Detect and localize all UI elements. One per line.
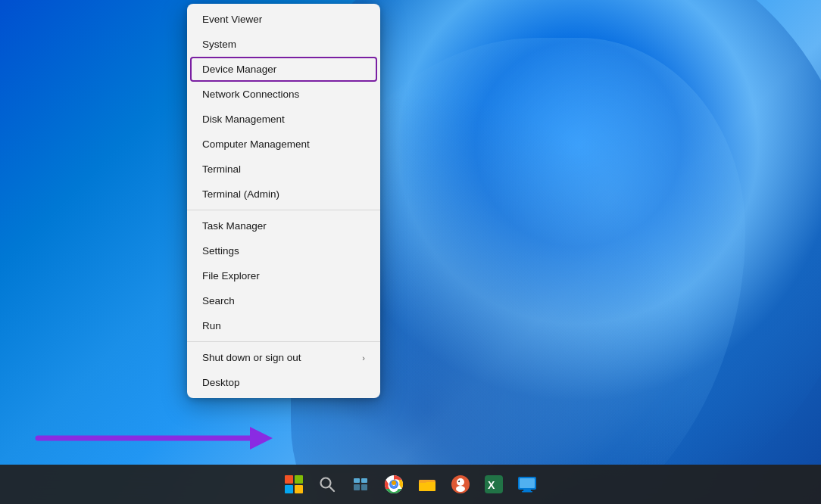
menu-item-label: Network Connections: [202, 89, 299, 100]
app-duckduckgo-button[interactable]: [445, 469, 476, 499]
menu-item-label: Device Manager: [202, 64, 276, 75]
excel-icon: X: [484, 474, 504, 494]
menu-item-task-manager[interactable]: Task Manager: [187, 213, 380, 238]
menu-item-label: Terminal (Admin): [202, 188, 279, 200]
menu-item-desktop[interactable]: Desktop: [187, 370, 380, 395]
menu-item-label: Run: [202, 320, 221, 331]
menu-item-network-connections[interactable]: Network Connections: [187, 82, 380, 107]
menu-item-label: Search: [202, 295, 235, 306]
menu-item-label: Settings: [202, 245, 239, 257]
search-icon: [319, 476, 336, 493]
svg-rect-15: [419, 480, 426, 483]
menu-item-device-manager[interactable]: Device Manager: [190, 57, 377, 82]
menu-item-label: File Explorer: [202, 270, 260, 282]
duckduckgo-icon: [451, 474, 470, 494]
arrow-annotation: [0, 412, 821, 465]
windows-start-button[interactable]: [279, 469, 309, 499]
excel-button[interactable]: X: [479, 469, 509, 499]
svg-rect-3: [361, 478, 367, 483]
svg-point-18: [456, 486, 465, 492]
menu-item-disk-management[interactable]: Disk Management: [187, 107, 380, 132]
menu-separator: [187, 210, 380, 210]
menu-item-shut-down[interactable]: Shut down or sign out›: [187, 345, 380, 370]
menu-item-label: Terminal: [202, 163, 241, 175]
menu-item-system[interactable]: System: [187, 32, 380, 57]
svg-point-20: [458, 481, 459, 481]
file-explorer-button[interactable]: [412, 469, 442, 499]
rdp-button[interactable]: [512, 469, 542, 499]
task-view-button[interactable]: [345, 469, 376, 499]
taskbar: X: [0, 465, 821, 504]
menu-item-terminal-admin[interactable]: Terminal (Admin): [187, 182, 380, 207]
svg-rect-26: [522, 491, 532, 493]
svg-rect-5: [361, 484, 367, 490]
menu-item-computer-management[interactable]: Computer Management: [187, 132, 380, 157]
rdp-icon: [517, 474, 537, 494]
svg-marker-27: [250, 427, 273, 450]
desktop: Event ViewerSystemDevice ManagerNetwork …: [0, 0, 821, 504]
menu-item-label: Shut down or sign out: [202, 352, 301, 363]
svg-rect-4: [354, 484, 360, 490]
chrome-icon: [384, 474, 404, 494]
menu-item-settings[interactable]: Settings: [187, 238, 380, 263]
svg-rect-24: [520, 478, 535, 488]
menu-item-label: Computer Management: [202, 138, 310, 150]
taskbar-search-button[interactable]: [312, 469, 342, 499]
context-menu: Event ViewerSystemDevice ManagerNetwork …: [187, 4, 380, 398]
svg-rect-2: [354, 478, 360, 483]
menu-item-event-viewer[interactable]: Event Viewer: [187, 7, 380, 32]
svg-point-17: [457, 478, 464, 486]
file-explorer-icon: [418, 476, 436, 493]
chrome-button[interactable]: [379, 469, 409, 499]
menu-item-terminal[interactable]: Terminal: [187, 157, 380, 182]
svg-line-1: [329, 487, 334, 491]
svg-text:X: X: [488, 479, 495, 491]
menu-item-search[interactable]: Search: [187, 288, 380, 313]
menu-item-label: Task Manager: [202, 220, 267, 232]
task-view-icon: [352, 476, 369, 493]
menu-item-run[interactable]: Run: [187, 313, 380, 338]
svg-point-11: [392, 481, 396, 485]
svg-rect-14: [419, 482, 435, 491]
menu-item-label: Disk Management: [202, 114, 285, 125]
windows-logo-icon: [285, 475, 303, 493]
submenu-chevron-icon: ›: [362, 353, 365, 362]
menu-item-label: System: [202, 39, 236, 50]
menu-item-file-explorer[interactable]: File Explorer: [187, 263, 380, 288]
menu-item-label: Desktop: [202, 377, 240, 388]
menu-separator: [187, 341, 380, 342]
menu-item-label: Event Viewer: [202, 14, 262, 25]
